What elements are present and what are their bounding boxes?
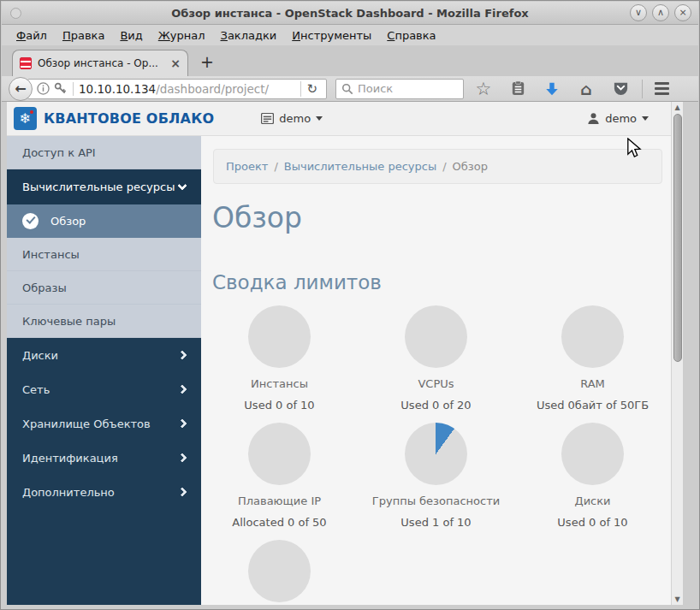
scrollbar-thumb[interactable] [673, 114, 682, 362]
quota-partial [201, 540, 358, 605]
reload-icon[interactable]: ↻ [300, 81, 323, 97]
chevron-down-icon [642, 116, 649, 121]
project-name: demo [279, 112, 311, 125]
key-permission-icon[interactable] [54, 82, 67, 95]
menu-bookmarks[interactable]: Закладки [213, 27, 285, 44]
sidebar-section-network[interactable]: Сеть [7, 372, 201, 406]
pocket-icon[interactable] [611, 80, 630, 98]
menu-file[interactable]: Файл [9, 27, 55, 44]
pie-chart [405, 423, 467, 485]
breadcrumb-compute[interactable]: Вычислительные ресурсы [284, 160, 436, 173]
search-icon [341, 83, 353, 95]
window-title: Обзор инстанса - OpenStack Dashboard - M… [2, 7, 698, 20]
chevron-right-icon [177, 384, 187, 394]
breadcrumb-current: Обзор [453, 160, 488, 173]
sidebar-item-key-pairs[interactable]: Ключевые пары [7, 305, 201, 338]
menu-edit[interactable]: Правка [55, 27, 112, 44]
home-icon[interactable]: ⌂ [577, 80, 596, 98]
close-window-icon[interactable]: × [674, 4, 691, 21]
vertical-scrollbar[interactable]: ▲ ▼ [671, 102, 683, 605]
menu-view[interactable]: Вид [112, 27, 150, 44]
chevron-right-icon [177, 487, 187, 496]
pie-chart [561, 423, 624, 485]
new-tab-button[interactable]: + [200, 53, 214, 70]
site-info-icon[interactable] [37, 82, 50, 95]
url-separator [73, 82, 74, 96]
tab-close-icon[interactable]: × [170, 56, 181, 70]
brand-name: Квантовое Облако [44, 110, 214, 127]
chevron-right-icon [177, 350, 187, 359]
menu-help[interactable]: Справка [379, 27, 443, 44]
downloads-icon[interactable] [543, 80, 561, 98]
search-input[interactable] [358, 82, 452, 95]
url-bar[interactable]: 10.10.10.134/dashboard/project/ ↻ [27, 79, 327, 99]
back-button[interactable]: ← [9, 77, 33, 101]
chevron-down-icon [177, 181, 187, 190]
pie-chart [248, 305, 311, 368]
sidebar-item-instances[interactable]: Инстансы [7, 238, 201, 271]
titlebar: Обзор инстанса - OpenStack Dashboard - M… [2, 2, 698, 25]
sidebar-item-overview[interactable]: Обзор [7, 204, 201, 238]
mouse-cursor [625, 138, 644, 158]
brand-logo-icon: ❄ [14, 107, 37, 130]
sidebar-item-images[interactable]: Образы [7, 271, 201, 305]
user-name: demo [605, 112, 637, 125]
browser-tab[interactable]: Обзор инстанса - Ор... × [12, 50, 188, 76]
menu-history[interactable]: Журнал [151, 27, 213, 44]
page-viewport: ❄ Квантовое Облако demo demo Доступ к AP… [7, 102, 683, 605]
project-dropdown[interactable]: demo [261, 112, 323, 125]
url-host: 10.10.10.134 [79, 82, 156, 96]
url-path: /dashboard/project/ [156, 82, 269, 96]
pie-chart [248, 423, 311, 485]
sidebar-section-object-store[interactable]: Хранилище Объектов [7, 406, 201, 441]
quota-security-groups: Группы безопасности Used 1 of 10 [358, 423, 514, 529]
user-icon [587, 112, 600, 125]
bookmarks-menu-icon[interactable] [508, 80, 527, 98]
brand[interactable]: ❄ Квантовое Облако [14, 107, 214, 130]
pie-chart [405, 305, 467, 368]
chevron-right-icon [177, 453, 187, 462]
shade-window-icon[interactable]: ∨ [630, 4, 647, 21]
menubar: Файл Правка Вид Журнал Закладки Инструме… [2, 25, 698, 45]
scroll-down-icon[interactable]: ▼ [672, 595, 683, 603]
quota-vcpus: VCPUs Used 0 of 20 [358, 305, 514, 412]
page-title: Обзор [212, 201, 671, 234]
sidebar-item-api-access[interactable]: Доступ к API [7, 136, 201, 169]
quota-volumes: Диски Used 0 of 10 [514, 423, 671, 529]
sidebar: Доступ к API Вычислительные ресурсы Обзо… [7, 136, 201, 605]
openstack-favicon-icon [20, 57, 32, 69]
bookmark-star-icon[interactable]: ☆ [474, 80, 493, 98]
tab-title: Обзор инстанса - Ор... [38, 57, 165, 69]
nav-toolbar: ← 10.10.10.134/dashboard/project/ ↻ ☆ [2, 76, 698, 102]
site-header: ❄ Квантовое Облако demo demo [7, 102, 671, 136]
breadcrumb-project[interactable]: Проект [226, 160, 268, 173]
limit-summary-title: Сводка лимитов [212, 271, 671, 293]
project-list-icon [261, 113, 274, 124]
sidebar-section-identity[interactable]: Идентификация [7, 441, 201, 475]
sidebar-section-compute[interactable]: Вычислительные ресурсы [7, 169, 201, 204]
scroll-up-icon[interactable]: ▲ [672, 104, 683, 111]
maximize-window-icon[interactable]: ∧ [652, 4, 669, 21]
quota-chart-grid: Инстансы Used 0 of 10 VCPUs Used 0 of 20… [201, 305, 671, 605]
user-dropdown[interactable]: demo [587, 112, 649, 125]
sidebar-section-other[interactable]: Дополнительно [7, 475, 201, 509]
window-frame: Обзор инстанса - OpenStack Dashboard - M… [0, 0, 700, 610]
check-circle-icon [22, 213, 39, 229]
url-text[interactable]: 10.10.10.134/dashboard/project/ [79, 82, 300, 96]
main-content: Проект / Вычислительные ресурсы / Обзор … [201, 136, 671, 605]
toolbar-divider [642, 80, 643, 98]
sidebar-section-volumes[interactable]: Диски [7, 338, 201, 372]
quota-floating-ips: Плавающие IP Allocated 0 of 50 [201, 423, 358, 529]
pie-chart [248, 540, 311, 602]
quota-instances: Инстансы Used 0 of 10 [201, 305, 358, 412]
tab-strip: Обзор инстанса - Ор... × + [2, 45, 698, 76]
pie-chart [561, 305, 624, 368]
menu-hamburger-icon[interactable] [655, 82, 669, 95]
breadcrumb: Проект / Вычислительные ресурсы / Обзор [213, 149, 662, 184]
chevron-right-icon [177, 418, 187, 428]
chevron-down-icon [316, 116, 323, 121]
menu-tools[interactable]: Инструменты [284, 27, 379, 44]
search-box[interactable] [335, 79, 464, 99]
quota-ram: RAM Used 0байт of 50ГБ [514, 305, 671, 412]
